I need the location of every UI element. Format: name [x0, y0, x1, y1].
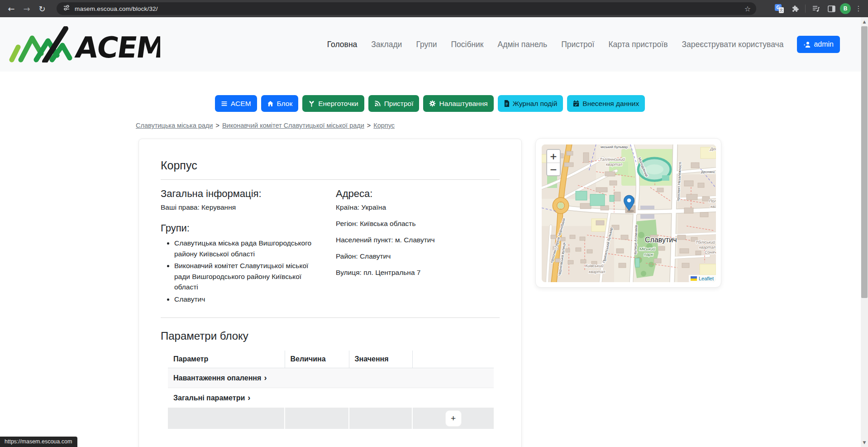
address-heading: Адреса:	[336, 188, 500, 200]
nav-link-4[interactable]: Адмін панель	[498, 40, 548, 49]
translate-icon[interactable]: G文	[773, 2, 786, 15]
map-card: міський бульварТаллiннськийкварталМолоді…	[535, 138, 721, 288]
browser-profile-avatar[interactable]: B	[840, 3, 851, 14]
map-label-quarter-17: квартал	[589, 269, 605, 274]
block-toolbar: ACEMБлокЕнерготочкиПристроїНалаштуванняЖ…	[0, 95, 860, 112]
page-title: Корпус	[161, 159, 500, 172]
groups-list: Славутицька міська рада Вишгородського р…	[161, 238, 326, 304]
site-info-icon[interactable]	[63, 4, 70, 13]
map-zoom-control: + −	[546, 149, 561, 176]
address-line-4: Вулиця: пл. Центральна 7	[336, 269, 500, 277]
nav-link-0[interactable]: Головна	[327, 40, 358, 49]
params-column-2: Значення	[349, 351, 412, 368]
toolbar-button-4[interactable]: Налаштування	[423, 95, 493, 112]
zoom-in-button[interactable]: +	[547, 150, 560, 163]
address-line-0: Країна: Україна	[336, 203, 500, 211]
main-nav: ГоловнаЗакладиГрупиПосібникАдмін панельП…	[327, 40, 784, 49]
toolbar-button-2[interactable]: Енерготочки	[302, 95, 364, 112]
map-attribution: Leaflet	[689, 275, 716, 282]
browser-menu-icon[interactable]: ⋮	[854, 5, 863, 13]
extensions-icon[interactable]	[788, 2, 801, 15]
breadcrumb-separator: >	[215, 122, 219, 129]
add-parameter-button[interactable]: +	[446, 411, 461, 426]
admin-user-button[interactable]: admin	[797, 36, 840, 53]
browser-toolbar: ← → ↻ masem.escoua.com/block/32/ ☆ G文 B …	[0, 0, 868, 17]
calendar-check-icon	[573, 100, 579, 107]
param-group-row-0: Навантаження опалення›	[168, 368, 494, 388]
toolbar-button-label: Блок	[277, 100, 293, 108]
admin-label: admin	[814, 40, 834, 48]
param-group-row-1: Загальні параметри›	[168, 388, 494, 408]
params-table: ПараметрВеличинаЗначення Навантаження оп…	[168, 351, 494, 429]
reload-button[interactable]: ↻	[34, 2, 50, 15]
toolbar-separator	[805, 5, 806, 13]
toolbar-button-label: Налаштування	[439, 100, 487, 108]
side-panel-icon[interactable]	[825, 2, 838, 15]
map-label-quarter-4: Дес	[710, 147, 716, 151]
toolbar-button-label: ACEM	[231, 100, 251, 108]
file-icon	[504, 100, 510, 107]
breadcrumb-link-0[interactable]: Славутицька міська ради	[136, 122, 213, 129]
signal-icon	[374, 100, 381, 107]
map-label-quarter-16: Київський	[585, 264, 603, 268]
nav-link-1[interactable]: Заклади	[371, 40, 402, 49]
toolbar-button-1[interactable]: Блок	[261, 95, 299, 112]
breadcrumb-link-2[interactable]: Корпус	[373, 122, 395, 129]
toolbar-button-5[interactable]: Журнал подій	[498, 95, 563, 112]
map-label-park-10: Міський	[639, 246, 656, 251]
acem-logo[interactable]: АСЕМ	[6, 26, 160, 62]
map-label-quarter-8: квартал	[711, 204, 716, 209]
map-label-city-9: Славутич	[645, 236, 677, 244]
leaflet-map[interactable]: міський бульварТаллiннськийкварталМолоді…	[542, 144, 716, 282]
nav-link-5[interactable]: Пристрої	[561, 40, 594, 49]
map-label-quarter-14: квартал	[699, 245, 715, 250]
toolbar-button-3[interactable]: Пристрої	[368, 95, 420, 112]
status-link-tooltip: https://masem.escoua.com	[0, 437, 77, 447]
groups-heading: Групи:	[161, 222, 336, 234]
map-label-quarter-7: Поліський	[709, 199, 716, 203]
nav-link-2[interactable]: Групи	[416, 40, 437, 49]
param-group-toggle-0[interactable]: Навантаження опалення›	[168, 368, 494, 388]
block-info-card: Корпус Загальна інформація: Ваші права: …	[138, 139, 522, 447]
map-tiles: міський бульварТаллiннськийкварталМолоді…	[542, 144, 716, 282]
toolbar-button-0[interactable]: ACEM	[215, 95, 257, 112]
scrollbar-down-arrow[interactable]: ▼	[861, 439, 868, 446]
leaflet-link[interactable]: Leaflet	[699, 276, 714, 281]
nav-link-7[interactable]: Зареєструвати користувача	[682, 40, 783, 49]
zoom-out-button[interactable]: −	[547, 163, 560, 175]
divider	[161, 179, 500, 180]
ukraine-flag-icon	[691, 276, 697, 281]
group-item-0: Славутицька міська рада Вишгородського р…	[174, 238, 326, 259]
scrollbar-up-arrow[interactable]: ▲	[861, 18, 868, 25]
breadcrumb-separator: >	[367, 122, 371, 129]
block-params-heading: Параметри блоку	[161, 330, 500, 342]
breadcrumb-link-1[interactable]: Виконавчий комітет Славутицької міської …	[222, 122, 364, 129]
site-header: АСЕМ ГоловнаЗакладиГрупиПосібникАдмін па…	[0, 17, 861, 72]
nav-link-6[interactable]: Карта пристроїв	[608, 40, 668, 49]
table-footer-row: +	[168, 408, 494, 429]
map-label-quarter-15: Сонячни	[705, 250, 716, 255]
forward-button[interactable]: →	[19, 2, 34, 15]
list-icon	[221, 101, 228, 107]
general-info-heading: Загальна інформація:	[161, 188, 336, 200]
map-label-quarter-2: квартал	[606, 162, 622, 167]
toolbar-button-label: Внесення данних	[582, 100, 639, 108]
media-controls-icon[interactable]	[809, 2, 823, 15]
house-icon	[267, 101, 274, 107]
back-button[interactable]: ←	[4, 2, 19, 15]
address-bar[interactable]: masem.escoua.com/block/32/ ☆	[57, 2, 756, 15]
page-scrollbar[interactable]: ▲ ▼	[861, 17, 868, 447]
breadcrumb: Славутицька міська ради>Виконавчий коміт…	[136, 122, 395, 129]
toolbar-button-6[interactable]: Внесення данних	[567, 95, 645, 112]
url-text: masem.escoua.com/block/32/	[75, 5, 158, 12]
map-label-street-5: Деснянс	[701, 170, 715, 174]
param-group-toggle-1[interactable]: Загальні параметри›	[168, 388, 494, 408]
nav-link-3[interactable]: Посібник	[451, 40, 483, 49]
chevron-right-icon: ›	[264, 373, 267, 382]
scrollbar-thumb[interactable]	[861, 26, 868, 298]
bookmark-star-icon[interactable]: ☆	[744, 5, 751, 13]
user-rights-text: Ваші права: Керування	[161, 203, 336, 211]
map-label-park-11: парк	[644, 252, 653, 257]
gear-icon	[429, 100, 436, 107]
map-label-street-0: міський бульвар	[601, 145, 628, 149]
